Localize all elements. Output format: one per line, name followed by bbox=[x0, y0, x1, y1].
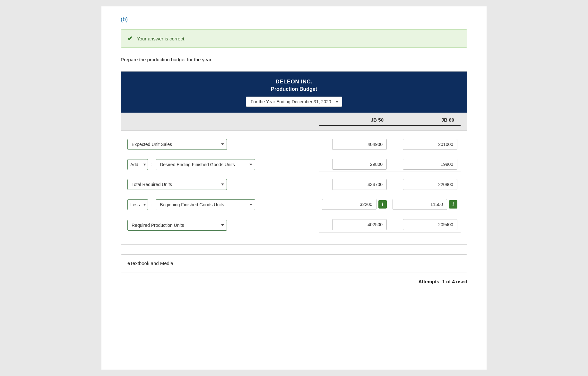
row-beginning-finished: Less Add : Beginning Finished Goods Unit… bbox=[127, 197, 461, 212]
add-less-select-2[interactable]: Less Add bbox=[127, 199, 148, 210]
jb60-production-input[interactable] bbox=[403, 219, 457, 230]
attempts-row: Attempts: 1 of 4 used bbox=[121, 279, 467, 284]
jb60-expected-input[interactable] bbox=[403, 139, 457, 150]
info-button-jb50[interactable]: i bbox=[378, 200, 387, 209]
page-container: (b) ✔ Your answer is correct. Prepare th… bbox=[101, 6, 487, 370]
row-required-production: Required Production Units bbox=[127, 217, 461, 233]
jb60-desired bbox=[390, 157, 461, 172]
row-desired-ending: Add Less : Desired Ending Finished Goods… bbox=[127, 157, 461, 172]
jb50-production-input[interactable] bbox=[332, 219, 387, 230]
beginning-finished-select[interactable]: Beginning Finished Goods Units bbox=[156, 199, 255, 210]
budget-table: DELEON INC. Production Budget For the Ye… bbox=[121, 71, 467, 245]
row-label-area-2: Add Less : Desired Ending Finished Goods… bbox=[127, 159, 319, 170]
row-label-area-5: Required Production Units bbox=[127, 220, 319, 231]
jb60-total-input[interactable] bbox=[403, 179, 457, 190]
colon-2: : bbox=[151, 202, 152, 207]
col-header-jb50: JB 50 bbox=[319, 117, 390, 126]
jb50-beginning-input[interactable] bbox=[322, 199, 376, 210]
columns-header: JB 50 JB 60 bbox=[121, 113, 467, 131]
jb50-desired-input[interactable] bbox=[332, 159, 387, 170]
budget-body: Expected Unit Sales Add Less : bbox=[121, 131, 467, 244]
success-text: Your answer is correct. bbox=[137, 36, 186, 41]
row-label-area-1: Expected Unit Sales bbox=[127, 139, 319, 150]
jb60-total bbox=[390, 177, 461, 192]
required-production-select[interactable]: Required Production Units bbox=[127, 220, 227, 231]
expected-unit-sales-select[interactable]: Expected Unit Sales bbox=[127, 139, 227, 150]
jb50-expected bbox=[319, 137, 390, 152]
add-less-select-1[interactable]: Add Less bbox=[127, 159, 148, 170]
row-total-required: Total Required Units bbox=[127, 177, 461, 192]
jb50-total-input[interactable] bbox=[332, 179, 387, 190]
jb60-expected bbox=[390, 137, 461, 152]
success-banner: ✔ Your answer is correct. bbox=[121, 29, 467, 48]
check-icon: ✔ bbox=[127, 35, 133, 42]
jb60-beginning: i bbox=[390, 197, 461, 212]
etextbook-section: eTextbook and Media bbox=[121, 254, 467, 272]
jb60-desired-input[interactable] bbox=[403, 159, 457, 170]
row-expected-unit-sales: Expected Unit Sales bbox=[127, 137, 461, 152]
total-required-select[interactable]: Total Required Units bbox=[127, 179, 227, 190]
jb50-expected-input[interactable] bbox=[332, 139, 387, 150]
colon-1: : bbox=[151, 162, 152, 167]
company-name: DELEON INC. bbox=[127, 79, 461, 85]
year-select-wrap: For the Year Ending December 31, 2020 bbox=[127, 97, 461, 107]
section-label: (b) bbox=[121, 16, 467, 23]
row-label-area-3: Total Required Units bbox=[127, 179, 319, 190]
jb50-desired bbox=[319, 157, 390, 172]
attempts-label: Attempts: 1 of 4 used bbox=[418, 279, 467, 284]
jb60-production bbox=[390, 217, 461, 233]
jb60-beginning-input[interactable] bbox=[393, 199, 447, 210]
budget-title: Production Budget bbox=[127, 86, 461, 92]
instruction-text: Prepare the production budget for the ye… bbox=[121, 57, 467, 62]
year-select[interactable]: For the Year Ending December 31, 2020 bbox=[246, 97, 342, 107]
desired-ending-select[interactable]: Desired Ending Finished Goods Units bbox=[156, 159, 255, 170]
col-header-jb60: JB 60 bbox=[390, 117, 461, 126]
budget-header: DELEON INC. Production Budget For the Ye… bbox=[121, 72, 467, 113]
row-label-area-4: Less Add : Beginning Finished Goods Unit… bbox=[127, 199, 319, 210]
jb50-total bbox=[319, 177, 390, 192]
info-button-jb60[interactable]: i bbox=[449, 200, 457, 209]
jb50-production bbox=[319, 217, 390, 233]
etextbook-label: eTextbook and Media bbox=[127, 261, 173, 266]
jb50-beginning: i bbox=[319, 197, 390, 212]
